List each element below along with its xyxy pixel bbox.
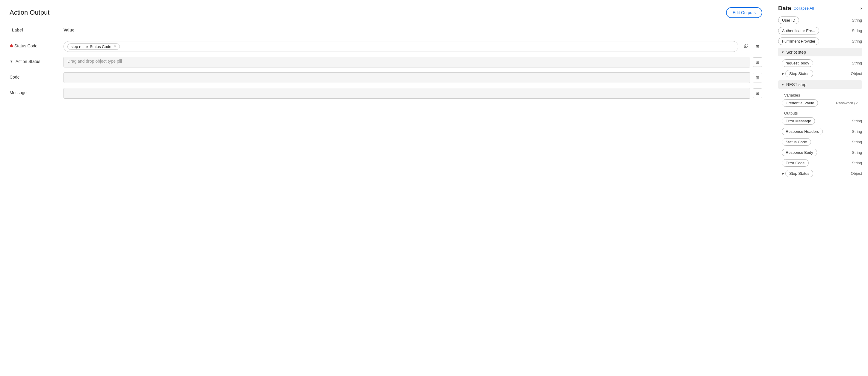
action-status-value: Drag and drop object type pill ⊞	[63, 57, 762, 67]
page-header: Action Output Edit Outputs	[9, 7, 762, 18]
credential-value-pill[interactable]: Credential Value	[782, 99, 818, 107]
table-header: Label Value	[9, 25, 762, 36]
script-step-toggle-icon: ▼	[781, 50, 784, 54]
required-indicator: ✱	[9, 44, 13, 48]
action-status-grid-icon: ⊞	[756, 60, 759, 64]
status-code-pill-input[interactable]: step ▸ ... ▸ Status Code ✕	[63, 41, 738, 52]
status-code-label: ✱ Status Code	[9, 41, 63, 48]
image-icon: 🖼	[743, 44, 748, 49]
grid-icon-button[interactable]: ⊞	[753, 42, 762, 51]
step-status-expand-icon-script[interactable]: ▶	[782, 72, 784, 76]
code-row: Code ⊞	[9, 72, 762, 83]
data-sidebar: Data Collapse All › User ID String Authe…	[772, 0, 868, 376]
fulfillment-provider-pill[interactable]: Fulfillment Provider	[778, 37, 819, 45]
step-status-pill-script[interactable]: Step Status	[785, 70, 813, 77]
script-step-section[interactable]: ▼ Script step	[778, 48, 862, 56]
rest-step-items: Variables Credential Value Password (2 .…	[778, 92, 862, 177]
response-headers-pill[interactable]: Response Headers	[782, 128, 823, 135]
rest-step-label: REST step	[786, 82, 806, 87]
message-grid-button[interactable]: ⊞	[753, 88, 762, 98]
step-status-expand-icon-rest[interactable]: ▶	[782, 172, 784, 175]
script-step-label: Script step	[786, 50, 806, 55]
image-icon-button[interactable]: 🖼	[741, 42, 750, 51]
request-body-pill[interactable]: request_body	[782, 59, 813, 67]
rest-step-toggle-icon: ▼	[781, 83, 784, 86]
message-grid-icon: ⊞	[756, 91, 759, 96]
data-item-fulfillment: Fulfillment Provider String	[778, 37, 862, 45]
main-content: Action Output Edit Outputs Label Value ✱…	[0, 0, 772, 376]
code-grid-button[interactable]: ⊞	[753, 73, 762, 83]
sidebar-header: Data Collapse All ›	[778, 5, 862, 12]
error-code-pill[interactable]: Error Code	[782, 159, 809, 167]
data-item-error-message: Error Message String	[782, 117, 862, 125]
data-item-step-status-rest: ▶ Step Status Object	[782, 170, 862, 177]
close-pill-icon[interactable]: ✕	[114, 45, 117, 49]
collapse-all-button[interactable]: Collapse All	[794, 6, 814, 10]
code-label: Code	[9, 72, 63, 80]
authenticator-pill[interactable]: Authenticator Enr...	[778, 27, 819, 34]
message-label: Message	[9, 88, 63, 95]
action-status-grid-button[interactable]: ⊞	[753, 57, 762, 67]
step-status-pill-rest[interactable]: Step Status	[785, 170, 813, 177]
message-input[interactable]	[63, 88, 750, 99]
data-item-step-status-script: ▶ Step Status Object	[782, 70, 862, 77]
status-code-pill-tag[interactable]: step ▸ ... ▸ Status Code ✕	[67, 44, 120, 50]
user-id-pill[interactable]: User ID	[778, 17, 799, 24]
message-value: ⊞	[63, 88, 762, 99]
data-item-request-body: request_body String	[782, 59, 862, 67]
code-grid-icon: ⊞	[756, 75, 759, 80]
outputs-label: Outputs	[782, 110, 862, 117]
data-item-authenticator: Authenticator Enr... String	[778, 27, 862, 34]
message-row: Message ⊞	[9, 88, 762, 99]
action-status-input[interactable]: Drag and drop object type pill	[63, 57, 750, 67]
data-item-credential: Credential Value Password (2 ...	[782, 99, 862, 107]
status-code-pill[interactable]: Status Code	[782, 138, 811, 146]
data-item-response-headers: Response Headers String	[782, 128, 862, 135]
label-column-header: Label	[9, 28, 63, 32]
data-item-error-code: Error Code String	[782, 159, 862, 167]
status-code-value: step ▸ ... ▸ Status Code ✕ 🖼 ⊞	[63, 41, 762, 52]
sidebar-title: Data	[778, 5, 791, 12]
action-status-row: ▼ Action Status Drag and drop object typ…	[9, 57, 762, 67]
error-message-pill[interactable]: Error Message	[782, 117, 815, 125]
variables-label: Variables	[782, 92, 862, 99]
data-item-user-id: User ID String	[778, 17, 862, 24]
top-data-items: User ID String Authenticator Enr... Stri…	[778, 17, 862, 45]
status-code-row: ✱ Status Code step ▸ ... ▸ Status Code ✕…	[9, 41, 762, 52]
value-column-header: Value	[63, 28, 762, 32]
code-value: ⊞	[63, 72, 762, 83]
edit-outputs-button[interactable]: Edit Outputs	[726, 7, 762, 18]
page-title: Action Output	[9, 9, 50, 17]
action-status-label: ▼ Action Status	[9, 57, 63, 64]
action-status-toggle[interactable]: ▼	[9, 59, 13, 64]
code-input[interactable]	[63, 72, 750, 83]
sidebar-chevron-icon[interactable]: ›	[861, 6, 862, 11]
data-item-status-code: Status Code String	[782, 138, 862, 146]
response-body-pill[interactable]: Response Body	[782, 149, 817, 156]
script-step-items: request_body String ▶ Step Status Object	[778, 59, 862, 77]
grid-icon: ⊞	[756, 44, 759, 49]
rest-step-section[interactable]: ▼ REST step	[778, 80, 862, 89]
data-item-response-body: Response Body String	[782, 149, 862, 156]
